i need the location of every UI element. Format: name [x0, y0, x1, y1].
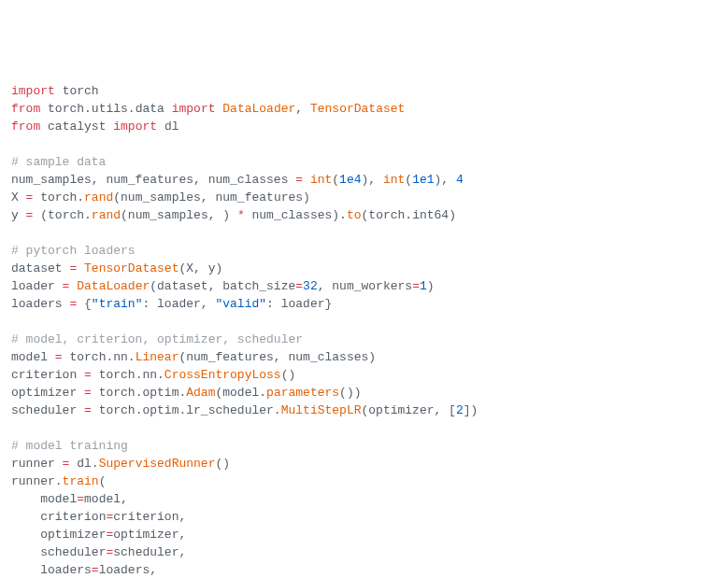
- line: from catalyst import dl: [11, 120, 179, 134]
- line: criterion = torch.nn.CrossEntropyLoss(): [11, 368, 295, 382]
- line: runner = dl.SupervisedRunner(): [11, 457, 230, 471]
- line: X = torch.rand(num_samples, num_features…: [11, 190, 310, 204]
- line: model=model,: [11, 492, 128, 506]
- comment: # model training: [11, 439, 128, 453]
- line: from torch.utils.data import DataLoader,…: [11, 102, 405, 116]
- line: # pytorch loaders: [11, 244, 136, 258]
- line: # model training: [11, 439, 128, 453]
- line: optimizer = torch.optim.Adam(model.param…: [11, 386, 362, 400]
- line: y = (torch.rand(num_samples, ) * num_cla…: [11, 208, 456, 222]
- line: criterion=criterion,: [11, 510, 186, 524]
- comment: # pytorch loaders: [11, 244, 136, 258]
- line: model = torch.nn.Linear(num_features, nu…: [11, 350, 376, 364]
- keyword-import: import: [11, 84, 55, 98]
- line: scheduler=scheduler,: [11, 545, 186, 559]
- line: dataset = TensorDataset(X, y): [11, 261, 222, 275]
- line: # sample data: [11, 155, 106, 169]
- comment: # model, criterion, optimizer, scheduler: [11, 332, 303, 346]
- line: runner.train(: [11, 474, 106, 488]
- line: num_samples, num_features, num_classes =…: [11, 173, 464, 187]
- code-block: import torch from torch.utils.data impor…: [11, 82, 717, 578]
- line: import torch: [11, 84, 99, 98]
- line: loaders = {"train": loader, "valid": loa…: [11, 297, 332, 311]
- line: # model, criterion, optimizer, scheduler: [11, 332, 303, 346]
- line: optimizer=optimizer,: [11, 528, 186, 542]
- comment: # sample data: [11, 155, 106, 169]
- line: loaders=loaders,: [11, 563, 157, 577]
- line: scheduler = torch.optim.lr_scheduler.Mul…: [11, 403, 478, 417]
- line: loader = DataLoader(dataset, batch_size=…: [11, 279, 435, 293]
